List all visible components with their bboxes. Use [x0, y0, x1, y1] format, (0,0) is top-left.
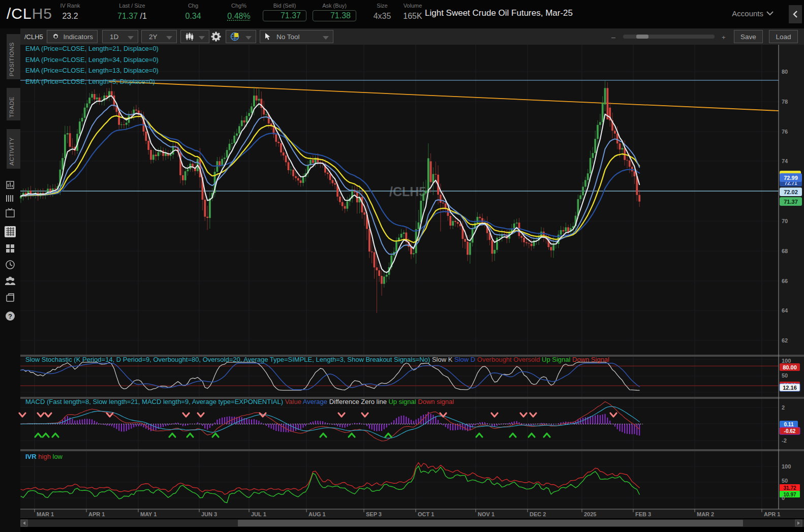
- svg-text:78: 78: [782, 99, 788, 105]
- svg-text:JUN 3: JUN 3: [201, 511, 217, 517]
- svg-text:IVR high low: IVR high low: [25, 453, 63, 460]
- svg-text:OCT 1: OCT 1: [418, 511, 434, 517]
- svg-text:JUL 1: JUL 1: [251, 511, 266, 517]
- svg-text:70: 70: [782, 218, 788, 224]
- svg-text:EMA (Price=CLOSE, Length=34, D: EMA (Price=CLOSE, Length=34, Displace=0): [25, 56, 159, 64]
- svg-text:2025: 2025: [584, 511, 596, 517]
- svg-text:FEB 3: FEB 3: [635, 511, 651, 517]
- svg-text:/CLH5: /CLH5: [389, 184, 426, 199]
- svg-text:66: 66: [782, 278, 788, 284]
- svg-text:76: 76: [782, 129, 788, 135]
- svg-text:SEP 3: SEP 3: [366, 511, 382, 517]
- svg-text:12.16: 12.16: [783, 385, 797, 391]
- svg-text:64: 64: [782, 307, 788, 314]
- svg-text:100: 100: [782, 463, 791, 470]
- svg-text:EMA (Price=CLOSE, Length=13, D: EMA (Price=CLOSE, Length=13, Displace=0): [25, 67, 159, 74]
- svg-text:80.00: 80.00: [783, 364, 797, 370]
- svg-text:EMA (Price=CLOSE, Length=21, D: EMA (Price=CLOSE, Length=21, Displace=0): [25, 45, 159, 52]
- svg-text:50: 50: [782, 478, 788, 484]
- svg-text:2: 2: [782, 404, 785, 411]
- svg-text:100: 100: [782, 358, 791, 364]
- svg-text:62: 62: [782, 337, 788, 343]
- svg-text:-2: -2: [782, 437, 787, 444]
- svg-text:MAR 2: MAR 2: [697, 511, 714, 517]
- svg-text:0: 0: [782, 495, 785, 501]
- svg-text:50: 50: [782, 372, 788, 379]
- svg-text:MACD (Fast length=8, Slow leng: MACD (Fast length=8, Slow length=21, MAC…: [25, 398, 454, 405]
- svg-text:72.02: 72.02: [784, 189, 798, 195]
- svg-text:Slow Stochastic (K Period=14,: Slow Stochastic (K Period=14, D Period=9…: [25, 356, 609, 363]
- svg-text:MAR 1: MAR 1: [37, 511, 54, 517]
- svg-text:DEC 2: DEC 2: [530, 511, 546, 517]
- svg-text:71.37: 71.37: [784, 199, 798, 205]
- svg-text:0.11: 0.11: [784, 422, 794, 427]
- svg-text:EMA (Price=CLOSE, Length=5, Di: EMA (Price=CLOSE, Length=5, Displace=0): [25, 78, 155, 85]
- svg-text:74: 74: [782, 158, 788, 164]
- svg-text:APR 1: APR 1: [764, 511, 780, 517]
- svg-text:10.97: 10.97: [783, 492, 796, 497]
- svg-text:31.72: 31.72: [783, 485, 796, 491]
- svg-text:72.99: 72.99: [784, 175, 798, 181]
- svg-text:MAY 1: MAY 1: [140, 511, 157, 517]
- svg-text:APR 1: APR 1: [88, 511, 105, 517]
- svg-text:NOV 1: NOV 1: [478, 511, 494, 517]
- svg-text:-0.62: -0.62: [784, 428, 796, 434]
- svg-text:68: 68: [782, 248, 788, 254]
- svg-text:80: 80: [782, 69, 788, 75]
- svg-text:AUG 1: AUG 1: [308, 511, 326, 517]
